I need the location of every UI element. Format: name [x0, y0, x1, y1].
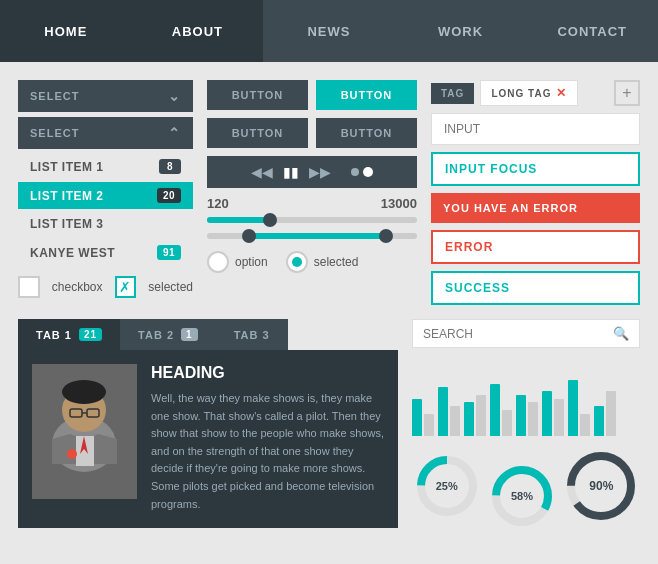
donut-row: 25% 58%: [412, 444, 640, 528]
nav-news[interactable]: NEWS: [263, 0, 395, 62]
select-dropdown-2[interactable]: SELECT ⌃: [18, 117, 193, 149]
bar-teal: [464, 402, 474, 436]
input-focus-field[interactable]: [431, 152, 640, 186]
button-4[interactable]: BUTTON: [316, 118, 417, 148]
nav-work[interactable]: WORK: [395, 0, 527, 62]
dot-active: [363, 167, 373, 177]
media-controls: ◀◀ ▮▮ ▶▶: [207, 156, 417, 188]
tab-1[interactable]: TAB 1 21: [18, 319, 120, 350]
bar-gray: [502, 410, 512, 436]
tab-2[interactable]: TAB 2 1: [120, 319, 216, 350]
button-3[interactable]: BUTTON: [207, 118, 308, 148]
checkbox-checked[interactable]: ✗: [115, 276, 137, 298]
svg-point-11: [67, 449, 77, 459]
button-2[interactable]: BUTTON: [316, 80, 417, 110]
left-column: SELECT ⌄ SELECT ⌃ LIST ITEM 1 8 LIST ITE…: [18, 80, 193, 305]
bar-teal: [412, 399, 422, 437]
donut-25: 25%: [415, 454, 479, 518]
tag-1: TAG: [431, 83, 474, 104]
nav-contact[interactable]: CONTACT: [526, 0, 658, 62]
list-item-2[interactable]: LIST ITEM 2 20: [18, 182, 193, 209]
bar-group: [594, 391, 616, 436]
slider-2[interactable]: [207, 233, 417, 239]
right-column: TAG LONG TAG ✕ + YOU HAVE AN ERROR ERROR…: [431, 80, 640, 305]
bar-gray: [580, 414, 590, 437]
bar-gray: [606, 391, 616, 436]
nav-bar: HOME ABOUT NEWS WORK CONTACT: [0, 0, 658, 62]
bar-group: [568, 380, 590, 436]
bar-gray: [476, 395, 486, 436]
slider-section: 120 13000: [207, 196, 417, 239]
search-icon: 🔍: [613, 326, 629, 341]
next-icon[interactable]: ▶▶: [309, 164, 331, 180]
svg-marker-6: [52, 434, 76, 464]
bar-teal: [594, 406, 604, 436]
bar-chart: [412, 356, 640, 436]
content-heading: HEADING: [151, 364, 384, 382]
success-field: SUCCESS: [431, 271, 640, 305]
bar-gray: [424, 414, 434, 437]
dot-inactive: [351, 168, 359, 176]
bottom-row: TAB 1 21 TAB 2 1 TAB 3: [18, 319, 640, 528]
tab-panel: TAB 1 21 TAB 2 1 TAB 3: [18, 319, 398, 528]
person-svg: [32, 364, 137, 499]
tag-row: TAG LONG TAG ✕ +: [431, 80, 640, 106]
right-panel: 🔍 25%: [412, 319, 640, 528]
bar-group: [412, 399, 434, 437]
bar-teal: [516, 395, 526, 436]
bar-teal: [568, 380, 578, 436]
bar-gray: [528, 402, 538, 436]
search-input[interactable]: [423, 327, 607, 341]
bar-group: [438, 387, 460, 436]
error-field: ERROR: [431, 230, 640, 264]
bar-group: [516, 395, 538, 436]
tab-text: HEADING Well, the way they make shows is…: [151, 364, 384, 514]
bar-gray: [554, 399, 564, 437]
tab-bar: TAB 1 21 TAB 2 1 TAB 3: [18, 319, 398, 350]
bar-teal: [542, 391, 552, 436]
nav-about[interactable]: ABOUT: [132, 0, 264, 62]
person-image: [32, 364, 137, 499]
button-1[interactable]: BUTTON: [207, 80, 308, 110]
select-dropdown-1[interactable]: SELECT ⌄: [18, 80, 193, 112]
list-item-3[interactable]: LIST ITEM 3: [18, 211, 193, 237]
list-item-kanye[interactable]: KANYE WEST 91: [18, 239, 193, 266]
donut-90: 90%: [565, 450, 637, 522]
bar-gray: [450, 406, 460, 436]
search-box: 🔍: [412, 319, 640, 348]
slider-1[interactable]: [207, 217, 417, 223]
middle-column: BUTTON BUTTON BUTTON BUTTON ◀◀ ▮▮ ▶▶: [207, 80, 417, 305]
list-item-1[interactable]: LIST ITEM 1 8: [18, 153, 193, 180]
bar-teal: [490, 384, 500, 437]
tab-content: HEADING Well, the way they make shows is…: [18, 350, 398, 528]
radio-option[interactable]: option: [207, 251, 268, 273]
bar-group: [490, 384, 512, 437]
pause-icon[interactable]: ▮▮: [283, 164, 299, 180]
donut-58: 58%: [490, 464, 554, 528]
nav-home[interactable]: HOME: [0, 0, 132, 62]
bar-group: [542, 391, 564, 436]
add-tag-button[interactable]: +: [614, 80, 640, 106]
main-content: SELECT ⌄ SELECT ⌃ LIST ITEM 1 8 LIST ITE…: [0, 62, 658, 540]
radio-checked: [286, 251, 308, 273]
tag-long: LONG TAG ✕: [480, 80, 578, 106]
top-row: SELECT ⌄ SELECT ⌃ LIST ITEM 1 8 LIST ITE…: [18, 80, 640, 305]
error-button[interactable]: YOU HAVE AN ERROR: [431, 193, 640, 223]
button-row-1: BUTTON BUTTON: [207, 80, 417, 110]
input-field[interactable]: [431, 113, 640, 145]
close-icon[interactable]: ✕: [556, 86, 567, 100]
svg-point-5: [62, 380, 106, 404]
chevron-down-icon: ⌄: [168, 88, 181, 104]
slider-values: 120 13000: [207, 196, 417, 211]
radio-row: option selected: [207, 251, 417, 273]
checkbox-unchecked[interactable]: [18, 276, 40, 298]
bar-teal: [438, 387, 448, 436]
radio-unchecked: [207, 251, 229, 273]
checkbox-row: checkbox ✗ selected: [18, 276, 193, 298]
content-body: Well, the way they make shows is, they m…: [151, 390, 384, 513]
tab-3[interactable]: TAB 3: [216, 319, 288, 350]
button-row-2: BUTTON BUTTON: [207, 118, 417, 148]
radio-selected[interactable]: selected: [286, 251, 359, 273]
prev-icon[interactable]: ◀◀: [251, 164, 273, 180]
svg-marker-7: [94, 434, 117, 464]
